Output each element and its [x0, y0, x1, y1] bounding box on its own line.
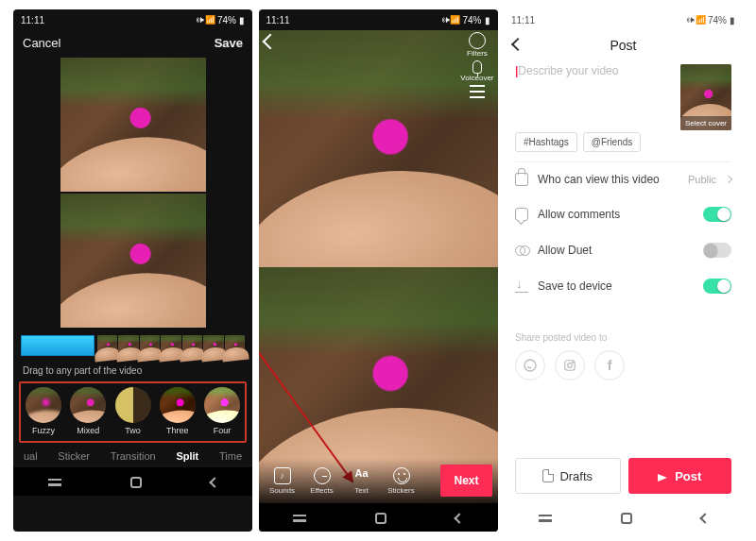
hashtags-chip[interactable]: #Hashtags — [515, 132, 577, 152]
tab-split[interactable]: Split — [176, 450, 198, 462]
lock-icon — [515, 173, 528, 186]
nav-recent-icon[interactable] — [539, 515, 552, 522]
drafts-button[interactable]: Drafts — [515, 458, 621, 494]
nav-home-icon[interactable] — [375, 513, 387, 524]
tool-effects[interactable]: Effects — [302, 467, 342, 495]
status-battery: 74% — [708, 15, 727, 25]
post-screen: 11:11 🕪 📶 74% ▮ Post |Describe your vide… — [504, 9, 743, 532]
preview-bottom — [60, 194, 206, 328]
sounds-icon — [274, 467, 291, 484]
voiceover-button[interactable]: Voiceover — [460, 60, 493, 82]
tab-visual[interactable]: ual — [24, 450, 38, 462]
status-signal-icons: 🕪 📶 — [441, 15, 460, 25]
nav-back-icon[interactable] — [454, 513, 464, 523]
status-time: 11:11 — [266, 15, 290, 25]
filter-four[interactable]: Four — [201, 387, 243, 435]
filters-button[interactable]: Filters — [467, 32, 488, 58]
status-battery: 74% — [217, 15, 236, 25]
bottom-toolbar: Sounds Effects Text Stickers Next — [259, 458, 498, 503]
post-button[interactable]: Post — [628, 458, 732, 494]
page-title: Post — [610, 38, 636, 53]
preview-top — [60, 58, 206, 192]
nav-back-icon[interactable] — [699, 513, 710, 523]
filter-fuzzy[interactable]: Fuzzy — [23, 387, 64, 435]
timeline-frames[interactable] — [96, 335, 245, 356]
duet-icon — [515, 244, 528, 257]
friends-chip[interactable]: @Friends — [583, 132, 642, 152]
select-cover-button[interactable]: Select cover — [680, 64, 731, 130]
side-toolbar: Filters Voiceover — [460, 32, 493, 98]
android-nav-bar — [504, 503, 743, 532]
next-button[interactable]: Next — [440, 465, 491, 497]
mic-icon — [472, 60, 482, 74]
battery-icon: ▮ — [239, 15, 245, 25]
cancel-button[interactable]: Cancel — [23, 36, 60, 50]
privacy-setting[interactable]: Who can view this video Public — [515, 162, 731, 196]
save-button[interactable]: Save — [215, 36, 243, 50]
status-time: 11:11 — [21, 15, 44, 25]
save-device-setting: Save to device — [515, 268, 731, 304]
post-header: Post — [504, 30, 743, 60]
duet-setting: Allow Duet — [515, 232, 731, 268]
share-instagram-icon[interactable] — [555, 350, 585, 380]
timeline[interactable] — [21, 333, 245, 358]
share-row: f — [515, 350, 731, 380]
editor-header: Cancel Save — [13, 30, 252, 56]
comment-icon — [515, 208, 528, 221]
tab-transition[interactable]: Transition — [111, 450, 156, 462]
save-device-toggle[interactable] — [703, 279, 731, 294]
tab-sticker[interactable]: Sticker — [58, 450, 90, 462]
status-time: 11:11 — [511, 15, 535, 25]
comments-toggle[interactable] — [703, 207, 731, 222]
more-button[interactable] — [470, 85, 485, 98]
filters-icon — [469, 32, 486, 49]
nav-recent-icon[interactable] — [293, 515, 306, 522]
tool-text[interactable]: Text — [342, 467, 382, 495]
split-preview — [60, 58, 206, 328]
download-icon — [515, 279, 528, 293]
stickers-icon — [393, 467, 410, 484]
video-editor-screen: 11:11 🕪 📶 74% ▮ Filters Voiceover — [259, 9, 498, 532]
comments-setting: Allow comments — [515, 196, 731, 232]
tool-stickers[interactable]: Stickers — [382, 467, 421, 495]
more-icon — [470, 85, 485, 98]
status-signal-icons: 🕪 📶 — [686, 15, 705, 25]
svg-point-0 — [524, 360, 536, 371]
drafts-icon — [542, 469, 554, 482]
share-facebook-icon[interactable]: f — [594, 350, 625, 380]
description-input[interactable]: |Describe your video — [515, 64, 673, 130]
nav-home-icon[interactable] — [621, 513, 632, 524]
effect-tabs: ual Sticker Transition Split Time — [13, 443, 252, 467]
nav-home-icon[interactable] — [130, 477, 142, 488]
effects-icon — [314, 467, 331, 484]
share-whatsapp-icon[interactable] — [515, 350, 545, 380]
status-bar: 11:11 🕪 📶 74% ▮ — [13, 9, 252, 30]
filter-two[interactable]: Two — [112, 387, 154, 435]
share-label: Share posted video to — [515, 332, 731, 343]
post-body: |Describe your video Select cover #Hasht… — [504, 60, 743, 448]
drag-hint-label: Drag to any part of the video — [13, 362, 252, 381]
tab-time[interactable]: Time — [219, 450, 242, 462]
chevron-right-icon — [725, 176, 732, 183]
nav-recent-icon[interactable] — [48, 479, 61, 486]
text-icon — [353, 467, 370, 484]
filter-mixed[interactable]: Mixed — [67, 387, 109, 435]
editor-canvas: Filters Voiceover Sounds Effects Tex — [259, 30, 498, 503]
post-button-row: Drafts Post — [504, 448, 743, 503]
android-nav-bar — [259, 503, 498, 532]
tool-sounds[interactable]: Sounds — [263, 467, 302, 495]
back-icon[interactable] — [511, 38, 524, 51]
status-bar: 11:11 🕪 📶 74% ▮ — [259, 9, 498, 30]
svg-point-2 — [568, 363, 573, 368]
status-bar: 11:11 🕪 📶 74% ▮ — [504, 9, 743, 30]
filter-three[interactable]: Three — [157, 387, 198, 435]
post-icon — [658, 470, 669, 482]
timeline-selected-range[interactable] — [21, 335, 94, 356]
battery-icon: ▮ — [485, 15, 490, 25]
status-battery: 74% — [462, 15, 481, 25]
android-nav-bar — [13, 467, 252, 496]
duet-toggle[interactable] — [703, 243, 731, 258]
split-filters-row: Fuzzy Mixed Two Three Four — [19, 381, 247, 443]
status-signal-icons: 🕪 📶 — [196, 15, 215, 25]
nav-back-icon[interactable] — [209, 477, 219, 487]
